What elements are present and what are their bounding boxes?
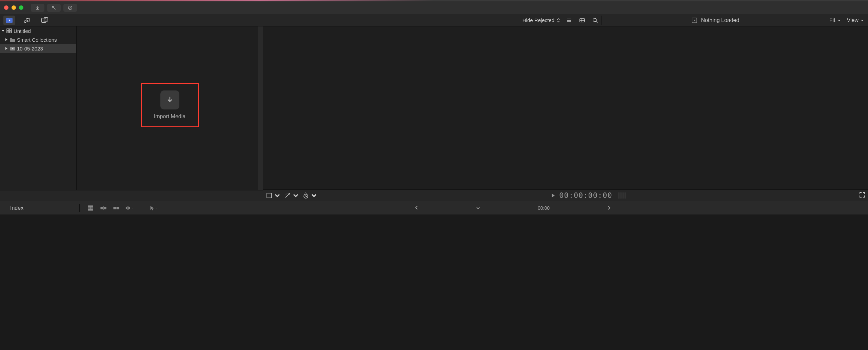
- transform-tool-dropdown[interactable]: [266, 192, 281, 199]
- browser-scrollbar[interactable]: [258, 26, 263, 190]
- background-tasks-button[interactable]: [63, 4, 77, 12]
- close-window-button[interactable]: [4, 5, 8, 10]
- timeline-history-dropdown[interactable]: [476, 205, 480, 211]
- clip-filter-dropdown[interactable]: Hide Rejected: [522, 17, 560, 23]
- import-media-icon: [160, 90, 179, 109]
- svg-rect-26: [88, 209, 93, 210]
- svg-marker-12: [694, 19, 695, 21]
- retime-tool-dropdown[interactable]: [302, 192, 317, 199]
- fullscreen-button[interactable]: [859, 192, 865, 199]
- svg-point-0: [52, 6, 54, 7]
- zoom-fit-dropdown[interactable]: Fit: [829, 17, 841, 23]
- photos-audio-tab[interactable]: [21, 16, 33, 25]
- audio-meter: [618, 192, 626, 199]
- zoom-fit-label: Fit: [829, 17, 835, 23]
- titles-generators-tab[interactable]: T: [39, 16, 50, 25]
- sidebar-item-smart-collections[interactable]: Smart Collections: [0, 35, 76, 44]
- window-controls: [4, 5, 23, 10]
- timeline-history-back[interactable]: [415, 205, 418, 211]
- viewer-transport-bar: 00:00:00:00: [263, 189, 868, 201]
- sidebar-library-label: Untitled: [14, 28, 31, 34]
- sidebar-library-root[interactable]: Untitled: [0, 26, 76, 35]
- svg-marker-13: [2, 30, 4, 32]
- import-media-label: Import Media: [154, 114, 185, 120]
- enhance-tool-dropdown[interactable]: [284, 192, 299, 199]
- append-clip-button[interactable]: [112, 204, 120, 212]
- svg-rect-15: [9, 29, 12, 30]
- viewer-canvas[interactable]: [263, 26, 868, 189]
- view-options-label: View: [847, 17, 859, 23]
- keyword-editor-button[interactable]: [47, 4, 61, 12]
- viewer-column: 00:00:00:00: [263, 26, 868, 201]
- insert-clip-button[interactable]: [99, 204, 107, 212]
- import-button[interactable]: [31, 4, 44, 12]
- view-options-dropdown[interactable]: View: [847, 17, 864, 23]
- media-browser[interactable]: Import Media: [77, 26, 263, 190]
- library-tabs: T: [0, 14, 50, 26]
- minimize-window-button[interactable]: [12, 5, 16, 10]
- library-icon: [6, 28, 12, 34]
- viewer-badge-icon: [691, 17, 697, 23]
- timeline-duration-label: 00:00: [538, 205, 550, 211]
- folder-icon: [9, 37, 16, 42]
- connect-clip-button[interactable]: [86, 204, 95, 212]
- overwrite-clip-dropdown[interactable]: [125, 204, 133, 212]
- sidebar-item-label: 10-05-2023: [17, 46, 43, 52]
- svg-point-1: [68, 6, 72, 9]
- clip-filter-label: Hide Rejected: [522, 17, 554, 23]
- clip-appearance-button[interactable]: [578, 16, 586, 24]
- library-sidebar: Untitled Smart Collections: [0, 26, 77, 190]
- svg-marker-24: [552, 193, 555, 198]
- timeline-area[interactable]: [0, 214, 868, 350]
- svg-rect-17: [9, 31, 12, 33]
- timeline-index-button[interactable]: Index: [10, 205, 23, 211]
- svg-rect-29: [114, 207, 116, 209]
- svg-point-4: [24, 20, 26, 22]
- svg-point-10: [593, 18, 596, 22]
- svg-rect-22: [267, 193, 272, 198]
- import-media-drop-target[interactable]: Import Media: [141, 83, 199, 127]
- timeline-toolbar: Index 00:00: [0, 201, 868, 214]
- titlebar: [0, 1, 868, 14]
- app-window: T Hide Rejected Nothing Loaded: [0, 0, 868, 350]
- play-indicator-icon: [551, 193, 555, 198]
- timeline-history-forward[interactable]: [607, 205, 611, 211]
- svg-rect-28: [104, 207, 106, 209]
- list-view-button[interactable]: [565, 16, 573, 24]
- zoom-window-button[interactable]: [19, 5, 23, 10]
- svg-marker-19: [5, 47, 7, 50]
- svg-rect-30: [117, 207, 119, 209]
- viewer-toolbar: Nothing Loaded Fit View: [601, 14, 868, 26]
- svg-rect-32: [127, 207, 129, 209]
- divider: [79, 204, 80, 212]
- viewer-title-label: Nothing Loaded: [701, 17, 739, 23]
- main-body: Untitled Smart Collections: [0, 26, 868, 201]
- svg-marker-18: [5, 38, 7, 41]
- viewer-timecode[interactable]: 00:00:00:00: [559, 191, 612, 200]
- sidebar-item-event[interactable]: 10-05-2023: [0, 44, 76, 53]
- select-tool-dropdown[interactable]: [150, 204, 158, 212]
- sidebar-item-label: Smart Collections: [17, 37, 57, 43]
- svg-rect-27: [101, 207, 103, 209]
- svg-marker-33: [151, 206, 154, 210]
- svg-point-5: [27, 20, 29, 22]
- browser-toolbar: T Hide Rejected Nothing Loaded: [0, 14, 868, 26]
- skimmer-bar: [0, 190, 263, 201]
- svg-rect-14: [7, 29, 9, 30]
- event-icon: [9, 46, 16, 51]
- search-button[interactable]: [591, 16, 599, 24]
- svg-rect-16: [7, 31, 9, 33]
- left-column: Untitled Smart Collections: [0, 26, 263, 201]
- library-tab[interactable]: [3, 16, 15, 25]
- svg-rect-25: [88, 206, 93, 207]
